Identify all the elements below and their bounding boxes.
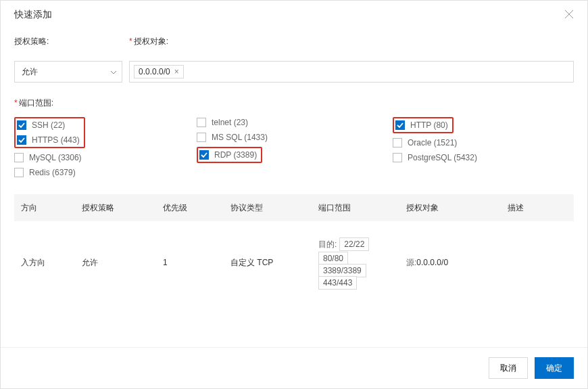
target-label: *授权对象:	[129, 36, 574, 47]
port-range-pill: 443/443	[318, 276, 357, 290]
modal-title: 快速添加	[14, 9, 52, 21]
th-direction: 方向	[14, 202, 75, 214]
ok-button[interactable]: 确定	[535, 357, 574, 379]
checkbox-icon	[197, 118, 206, 127]
rules-table: 方向 授权策略 优先级 协议类型 端口范围 授权对象 描述 入方向 允许 1 自…	[14, 194, 574, 304]
table-header: 方向 授权策略 优先级 协议类型 端口范围 授权对象 描述	[14, 194, 574, 221]
modal-footer: 取消 确定	[1, 347, 587, 388]
port-checkbox-label: MS SQL (1433)	[212, 133, 268, 142]
port-checkbox-label: SSH (22)	[32, 120, 65, 130]
close-icon[interactable]	[564, 9, 574, 21]
port-checkbox-label: Oracle (1521)	[408, 138, 457, 147]
port-range-pill: 3389/3389	[318, 264, 366, 277]
cell-policy: 允许	[75, 257, 156, 269]
port-checkbox[interactable]: SSH (22)	[17, 120, 80, 131]
checkbox-icon	[17, 120, 26, 130]
modal-header: 快速添加	[1, 1, 587, 29]
port-checkbox[interactable]: RDP (3389)	[199, 150, 257, 160]
policy-select[interactable]: 允许	[14, 61, 122, 83]
tag-remove-icon[interactable]: ×	[174, 67, 179, 76]
cell-protocol: 自定义 TCP	[224, 257, 312, 269]
port-checkbox[interactable]: MS SQL (1433)	[197, 132, 393, 143]
cidr-tag-text: 0.0.0.0/0	[139, 67, 170, 76]
range-prefix: 目的:	[318, 239, 337, 250]
checkbox-icon	[14, 168, 24, 177]
port-checkbox-label: telnet (23)	[212, 118, 248, 127]
port-checkbox-label: PostgreSQL (5432)	[408, 153, 477, 162]
highlight-box: HTTP (80)	[393, 117, 454, 133]
port-checkbox[interactable]: HTTPS (443)	[17, 135, 80, 145]
cell-priority: 1	[156, 258, 224, 267]
labels-row: 授权策略: *授权对象:	[14, 36, 574, 55]
modal-body: 授权策略: *授权对象: 允许 0.0.0.0/0 ×	[1, 29, 587, 347]
checkbox-icon	[199, 150, 209, 160]
checkbox-icon	[393, 138, 402, 147]
port-checkboxes: SSH (22)HTTPS (443)MySQL (3306)Redis (63…	[14, 117, 574, 178]
port-checkbox[interactable]: MySQL (3306)	[14, 152, 197, 163]
cell-target: 源:0.0.0.0/0	[399, 257, 501, 269]
cancel-button[interactable]: 取消	[489, 357, 528, 379]
port-checkbox[interactable]: Oracle (1521)	[393, 137, 477, 148]
port-range-label: *端口范围:	[14, 97, 574, 109]
th-priority: 优先级	[156, 202, 224, 214]
table-row: 入方向 允许 1 自定义 TCP 目的:22/2280/803389/33894…	[14, 221, 574, 304]
target-input[interactable]: 0.0.0.0/0 ×	[129, 61, 574, 83]
port-checkbox-label: RDP (3389)	[214, 150, 257, 160]
inputs-row: 允许 0.0.0.0/0 ×	[14, 61, 574, 83]
th-policy: 授权策略	[75, 202, 156, 214]
port-checkbox[interactable]: PostgreSQL (5432)	[393, 152, 477, 163]
target-prefix: 源:	[406, 258, 416, 267]
port-checkbox[interactable]: Redis (6379)	[14, 167, 197, 178]
checkbox-icon	[393, 153, 402, 162]
port-checkbox[interactable]: HTTP (80)	[395, 120, 448, 131]
port-checkbox-label: HTTP (80)	[410, 120, 448, 130]
checkbox-icon	[17, 135, 26, 145]
cidr-tag: 0.0.0.0/0 ×	[134, 65, 184, 78]
cell-direction: 入方向	[14, 257, 75, 269]
port-range-pill: 22/22	[339, 237, 369, 251]
th-target: 授权对象	[399, 202, 501, 214]
target-value: 0.0.0.0/0	[416, 258, 448, 267]
checkbox-icon	[197, 133, 206, 142]
policy-label: 授权策略:	[14, 36, 129, 47]
cell-port-range: 目的:22/2280/803389/3389443/443	[312, 237, 399, 288]
port-checkbox-label: MySQL (3306)	[29, 153, 82, 162]
th-description: 描述	[501, 202, 574, 214]
checkbox-icon	[14, 153, 24, 162]
highlight-box: RDP (3389)	[197, 147, 262, 163]
quick-add-modal: 快速添加 授权策略: *授权对象: 允许	[0, 0, 588, 389]
th-protocol: 协议类型	[224, 202, 312, 214]
port-checkbox-label: Redis (6379)	[29, 168, 76, 177]
highlight-box: SSH (22)HTTPS (443)	[14, 117, 85, 148]
th-port-range: 端口范围	[312, 202, 399, 214]
port-checkbox-label: HTTPS (443)	[32, 135, 80, 145]
port-range-pill: 80/80	[318, 252, 348, 265]
port-checkbox[interactable]: telnet (23)	[197, 117, 393, 128]
checkbox-icon	[395, 120, 405, 130]
